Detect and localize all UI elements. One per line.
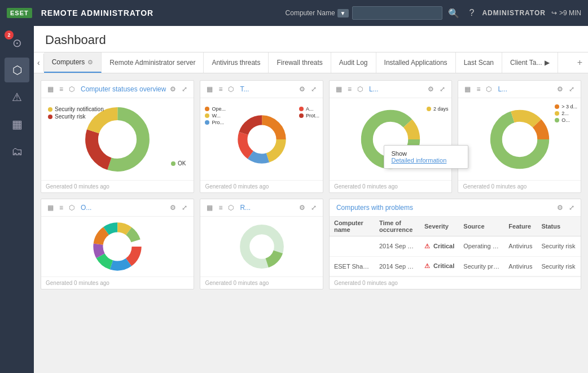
card-expand-icon[interactable]: ⤢ (180, 84, 189, 94)
tab-add-button[interactable]: + (572, 53, 588, 72)
tab-ra-server-label: Remote Administrator server (109, 59, 195, 67)
svg-point-3 (103, 125, 131, 153)
card5-settings-icon[interactable]: ⚙ (168, 203, 178, 213)
search-area: Computer Name ▼ 🔍 (286, 6, 462, 21)
tab-last-scan[interactable]: Last Scan (456, 52, 502, 73)
card4-list-icon[interactable]: ≡ (475, 84, 482, 94)
card2-list-icon[interactable]: ≡ (217, 84, 224, 94)
session-label: >9 MIN (559, 9, 581, 17)
card-threats: ▦ ≡ ⬡ T... ⚙ ⤢ Ope... (200, 80, 323, 193)
card6-list-icon[interactable]: ≡ (217, 203, 224, 213)
card5-list-icon[interactable]: ≡ (58, 203, 65, 213)
card-computer-statuses: ▦ ≡ ⬡ Computer statuses overview ⚙ ⤢ Sec… (41, 80, 194, 193)
card-settings-icon[interactable]: ⚙ (168, 84, 178, 94)
card-list-view-icon[interactable]: ≡ (58, 84, 65, 94)
label-2days: 2 days (433, 106, 449, 112)
card4-settings-icon[interactable]: ⚙ (555, 84, 565, 94)
card-l2-header: ▦ ≡ ⬡ L... ⚙ ⤢ (458, 81, 581, 98)
row1-time: 2014 Sep 26... (375, 236, 420, 257)
row2-status: Security risk (537, 256, 580, 277)
tab-client-tasks[interactable]: Client Ta... ▶ (502, 52, 558, 73)
card2-expand-icon[interactable]: ⤢ (309, 84, 318, 94)
tab-ra-server[interactable]: Remote Administrator server (102, 52, 204, 73)
card3-bar-icon[interactable]: ▦ (334, 84, 344, 94)
card-last-scan-header: ▦ ≡ ⬡ L... ⚙ ⤢ (330, 81, 452, 98)
card-l2-body: > 3 d... 2... O... (458, 98, 581, 180)
dot-2x (555, 111, 559, 116)
search-input[interactable] (352, 6, 442, 20)
card-os-title: O... (81, 204, 166, 212)
tab-scroll-left[interactable]: ‹ (34, 54, 44, 72)
card3-export-icon[interactable]: ⬡ (356, 84, 365, 94)
search-button[interactable]: 🔍 (446, 6, 462, 21)
tab-scroll-right[interactable]: ▶ (545, 59, 550, 67)
sidebar-item-alerts[interactable]: ⚠ (5, 85, 29, 109)
card2-settings-icon[interactable]: ⚙ (297, 84, 307, 94)
card3-settings-icon[interactable]: ⚙ (426, 84, 436, 94)
card-problems-expand-icon[interactable]: ⤢ (567, 203, 576, 213)
card4-export-icon[interactable]: ⬡ (484, 84, 493, 94)
tooltip-detail-link[interactable]: Detailed information (391, 157, 446, 164)
help-button[interactable]: ? (467, 6, 477, 20)
card6-export-icon[interactable]: ⬡ (226, 203, 235, 213)
card5-bar-icon[interactable]: ▦ (46, 203, 55, 213)
col-status: Status (537, 217, 580, 236)
table-row: 2014 Sep 26... ⚠ Critical Operating s...… (330, 236, 581, 257)
tab-antivirus[interactable]: Antivirus threats (204, 52, 269, 73)
l2-donut (489, 108, 551, 170)
tab-computers-label: Computers (52, 58, 85, 66)
tab-computers-gear[interactable]: ⚙ (87, 59, 93, 66)
card-problems-header: Computers with problems ⚙ ⤢ (330, 199, 581, 217)
card3-expand-icon[interactable]: ⤢ (438, 84, 447, 94)
legend-pro: Pro... (205, 120, 226, 125)
computer-name-selector[interactable]: Computer Name ▼ (286, 9, 349, 17)
row2-severity-label: Critical (433, 262, 454, 269)
card6-bar-icon[interactable]: ▦ (205, 203, 214, 213)
tab-audit[interactable]: Audit Log (331, 52, 376, 73)
card-problems-settings-icon[interactable]: ⚙ (555, 203, 565, 213)
card5-expand-icon[interactable]: ⤢ (180, 203, 189, 213)
row1-severity-label: Critical (433, 243, 454, 249)
card-threats-footer: Generated 0 minutes ago (200, 180, 323, 192)
sidebar-item-computers[interactable]: ⬡ (5, 58, 29, 82)
card-r-body (200, 217, 323, 277)
computer-name-label: Computer Name (286, 9, 335, 17)
tab-firewall[interactable]: Firewall threats (269, 52, 331, 73)
session-icon: ↪ (551, 9, 557, 17)
chart-legend-ok: OK (171, 160, 186, 168)
tab-firewall-label: Firewall threats (277, 59, 322, 67)
sidebar-item-reports[interactable]: ▦ (5, 112, 29, 137)
label-prot: Prot... (306, 113, 319, 119)
card4-bar-icon[interactable]: ▦ (463, 84, 472, 94)
card6-expand-icon[interactable]: ⤢ (309, 203, 318, 213)
card-export-icon[interactable]: ⬡ (67, 84, 76, 94)
card6-settings-icon[interactable]: ⚙ (297, 203, 307, 213)
col-computer-name: Computer name (330, 217, 375, 236)
label-3d: > 3 d... (561, 104, 577, 109)
card3-list-icon[interactable]: ≡ (346, 84, 353, 94)
tab-computers[interactable]: Computers ⚙ (44, 52, 102, 73)
card5-export-icon[interactable]: ⬡ (67, 203, 76, 213)
label-a: A... (306, 106, 314, 112)
card-last-scan-body: 2 days Show Detailed information (330, 98, 452, 180)
tab-client-tasks-label: Client Ta... (510, 59, 542, 67)
tab-installed-apps[interactable]: Installed Applications (376, 52, 456, 73)
legend-a: A... (299, 106, 319, 112)
tab-installed-apps-label: Installed Applications (384, 59, 447, 67)
threats-legend: Ope... W... Pro... (205, 106, 226, 126)
card-bar-view-icon[interactable]: ▦ (46, 84, 55, 94)
computers-icon: ⬡ (12, 63, 22, 77)
tabs-bar: ‹ Computers ⚙ Remote Administrator serve… (34, 52, 588, 73)
col-feature: Feature (504, 217, 537, 236)
card-l2: ▦ ≡ ⬡ L... ⚙ ⤢ > 3 d... (458, 80, 581, 193)
r-donut (239, 224, 284, 269)
col-problem: Problem (580, 217, 581, 236)
computer-name-dropdown[interactable]: ▼ (337, 9, 349, 17)
sidebar-item-tasks[interactable]: 🗂 (5, 139, 29, 164)
svg-point-28 (252, 237, 271, 256)
card2-export-icon[interactable]: ⬡ (226, 84, 235, 94)
dot-w (205, 113, 209, 118)
label-2x: 2... (561, 111, 569, 116)
card2-bar-icon[interactable]: ▦ (205, 84, 214, 94)
card4-expand-icon[interactable]: ⤢ (567, 84, 576, 94)
